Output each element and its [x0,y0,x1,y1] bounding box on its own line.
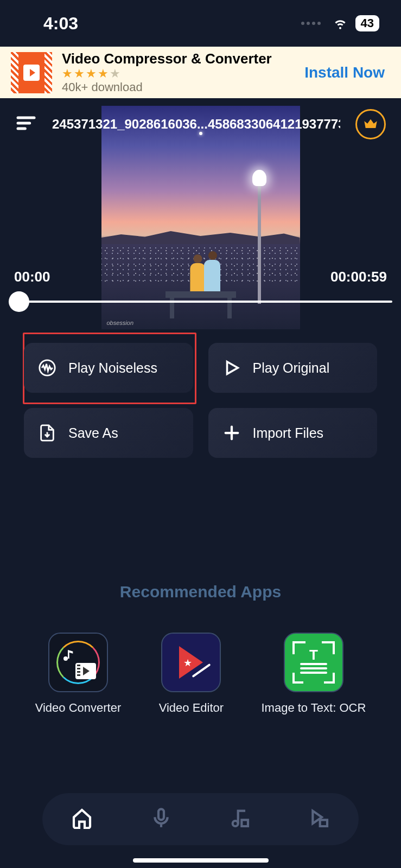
ad-title: Video Compressor & Converter [62,50,295,67]
ad-banner[interactable]: Video Compressor & Converter ★★★★★ 40k+ … [0,47,401,98]
home-indicator[interactable] [133,858,269,863]
ocr-icon: T [284,633,343,692]
battery-level: 43 [355,15,379,31]
video-editor-icon: ★ [161,633,221,692]
play-original-label: Play Original [253,360,330,376]
import-files-button[interactable]: Import Files [208,408,378,458]
menu-sort-icon[interactable] [15,112,37,136]
recommended-app-ocr[interactable]: T Image to Text: OCR [262,633,366,715]
nav-home-button[interactable] [71,807,93,831]
play-noiseless-label: Play Noiseless [68,360,157,376]
seek-thumb[interactable] [9,291,29,312]
recommended-app-video-editor[interactable]: ★ Video Editor [159,633,224,715]
play-noiseless-button[interactable]: Play Noiseless [24,343,193,393]
video-converter-icon [48,633,108,692]
video-watermark: obsession [107,320,134,326]
wifi-icon [332,14,349,33]
ad-downloads: 40k+ download [62,80,295,94]
file-title: 245371321_9028616036...45868330641219377… [52,117,340,132]
recommended-label: Video Editor [159,701,224,715]
video-timeline[interactable]: 00:00 00:00:59 [9,269,392,303]
total-time: 00:00:59 [330,269,387,285]
recommended-title: Recommended Apps [0,583,401,601]
play-original-button[interactable]: Play Original [208,343,378,393]
import-files-label: Import Files [253,425,324,441]
status-bar: 4:03 43 [0,0,401,47]
ad-text: Video Compressor & Converter ★★★★★ 40k+ … [62,50,295,94]
bottom-nav [42,793,359,845]
noiseless-icon [38,359,56,377]
status-indicators: 43 [301,14,379,33]
nav-video-folder-button[interactable] [308,807,330,831]
nav-mic-button[interactable] [150,807,172,831]
save-as-label: Save As [68,425,118,441]
seek-track[interactable] [9,301,392,303]
save-as-button[interactable]: Save As [24,408,193,458]
premium-crown-button[interactable] [355,109,386,139]
current-time: 00:00 [14,269,50,285]
recommended-label: Image to Text: OCR [262,701,366,715]
nav-music-button[interactable] [229,807,251,831]
plus-icon [222,424,241,442]
recommended-app-video-converter[interactable]: Video Converter [35,633,122,715]
ad-app-icon [11,52,52,93]
install-now-button[interactable]: Install Now [304,64,390,81]
ad-rating-stars-icon: ★★★★★ [62,67,295,80]
play-icon [222,359,241,377]
recommended-label: Video Converter [35,701,122,715]
recommended-section: Recommended Apps Video Converter ★ Video… [0,583,401,715]
svg-rect-6 [158,809,164,820]
status-time: 4:03 [43,14,78,34]
save-icon [38,424,56,442]
signal-dots-icon [301,22,321,25]
